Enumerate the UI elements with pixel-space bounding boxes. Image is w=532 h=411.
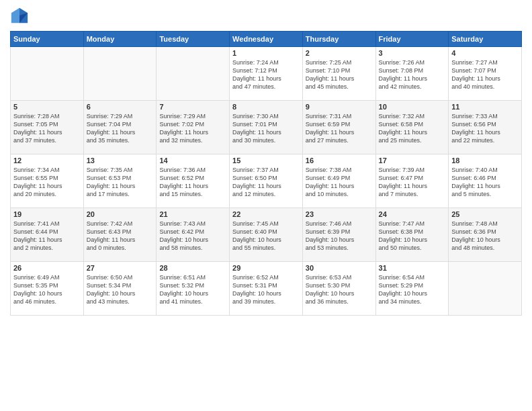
day-info: Sunrise: 7:32 AM Sunset: 6:58 PM Dayligh… (379, 112, 446, 145)
calendar-cell: 22Sunrise: 7:45 AM Sunset: 6:40 PM Dayli… (230, 208, 303, 262)
calendar-week-2: 12Sunrise: 7:34 AM Sunset: 6:55 PM Dayli… (11, 154, 522, 208)
day-info: Sunrise: 6:50 AM Sunset: 5:34 PM Dayligh… (87, 273, 154, 306)
calendar-cell: 3Sunrise: 7:26 AM Sunset: 7:08 PM Daylig… (375, 47, 449, 101)
calendar-cell: 17Sunrise: 7:39 AM Sunset: 6:47 PM Dayli… (375, 154, 449, 208)
calendar-cell: 27Sunrise: 6:50 AM Sunset: 5:34 PM Dayli… (83, 262, 157, 316)
calendar-cell: 21Sunrise: 7:43 AM Sunset: 6:42 PM Dayli… (157, 208, 230, 262)
logo (10, 7, 32, 26)
day-number: 22 (232, 210, 300, 218)
calendar-week-4: 26Sunrise: 6:49 AM Sunset: 5:35 PM Dayli… (11, 262, 522, 316)
day-info: Sunrise: 7:29 AM Sunset: 7:02 PM Dayligh… (159, 112, 226, 145)
svg-marker-1 (11, 8, 19, 23)
calendar-cell: 23Sunrise: 7:46 AM Sunset: 6:39 PM Dayli… (302, 208, 375, 262)
day-number: 17 (379, 156, 446, 165)
day-number: 4 (451, 49, 519, 57)
day-info: Sunrise: 7:48 AM Sunset: 6:36 PM Dayligh… (451, 220, 519, 253)
day-info: Sunrise: 7:41 AM Sunset: 6:44 PM Dayligh… (13, 220, 81, 253)
calendar-cell: 4Sunrise: 7:27 AM Sunset: 7:07 PM Daylig… (449, 47, 522, 101)
calendar-cell: 1Sunrise: 7:24 AM Sunset: 7:12 PM Daylig… (230, 47, 303, 101)
day-number: 9 (306, 103, 373, 111)
weekday-header-sunday: Sunday (11, 32, 84, 47)
day-info: Sunrise: 7:38 AM Sunset: 6:49 PM Dayligh… (306, 166, 373, 199)
day-info: Sunrise: 7:45 AM Sunset: 6:40 PM Dayligh… (232, 220, 300, 253)
weekday-header-wednesday: Wednesday (230, 32, 303, 47)
day-info: Sunrise: 7:33 AM Sunset: 6:56 PM Dayligh… (451, 112, 519, 145)
day-number: 24 (379, 210, 446, 218)
calendar-cell: 5Sunrise: 7:28 AM Sunset: 7:05 PM Daylig… (11, 101, 84, 154)
day-number: 31 (379, 264, 446, 272)
calendar-cell: 31Sunrise: 6:54 AM Sunset: 5:29 PM Dayli… (375, 262, 449, 316)
day-number: 25 (451, 210, 519, 218)
day-info: Sunrise: 7:39 AM Sunset: 6:47 PM Dayligh… (379, 166, 446, 199)
day-number: 15 (232, 156, 300, 165)
day-info: Sunrise: 7:46 AM Sunset: 6:39 PM Dayligh… (306, 220, 373, 253)
calendar-week-0: 1Sunrise: 7:24 AM Sunset: 7:12 PM Daylig… (11, 47, 522, 101)
day-info: Sunrise: 6:52 AM Sunset: 5:31 PM Dayligh… (232, 273, 300, 306)
day-number: 27 (87, 264, 154, 272)
day-info: Sunrise: 7:40 AM Sunset: 6:46 PM Dayligh… (451, 166, 519, 199)
day-number: 29 (232, 264, 300, 272)
calendar-cell: 15Sunrise: 7:37 AM Sunset: 6:50 PM Dayli… (230, 154, 303, 208)
calendar-cell: 29Sunrise: 6:52 AM Sunset: 5:31 PM Dayli… (230, 262, 303, 316)
calendar-cell: 28Sunrise: 6:51 AM Sunset: 5:32 PM Dayli… (157, 262, 230, 316)
day-info: Sunrise: 7:24 AM Sunset: 7:12 PM Dayligh… (232, 58, 300, 91)
day-info: Sunrise: 6:51 AM Sunset: 5:32 PM Dayligh… (159, 273, 226, 306)
day-info: Sunrise: 7:29 AM Sunset: 7:04 PM Dayligh… (87, 112, 154, 145)
calendar-week-3: 19Sunrise: 7:41 AM Sunset: 6:44 PM Dayli… (11, 208, 522, 262)
calendar-cell: 18Sunrise: 7:40 AM Sunset: 6:46 PM Dayli… (449, 154, 522, 208)
calendar-week-1: 5Sunrise: 7:28 AM Sunset: 7:05 PM Daylig… (11, 101, 522, 154)
day-info: Sunrise: 7:35 AM Sunset: 6:53 PM Dayligh… (87, 166, 154, 199)
calendar-cell (83, 47, 157, 101)
day-number: 16 (306, 156, 373, 165)
day-info: Sunrise: 7:26 AM Sunset: 7:08 PM Dayligh… (379, 58, 446, 91)
calendar-cell: 6Sunrise: 7:29 AM Sunset: 7:04 PM Daylig… (83, 101, 157, 154)
day-number: 5 (13, 103, 81, 111)
day-number: 8 (232, 103, 300, 111)
day-info: Sunrise: 7:43 AM Sunset: 6:42 PM Dayligh… (159, 220, 226, 253)
weekday-header-tuesday: Tuesday (157, 32, 230, 47)
header (10, 7, 522, 26)
day-info: Sunrise: 7:28 AM Sunset: 7:05 PM Dayligh… (13, 112, 81, 145)
weekday-header-thursday: Thursday (302, 32, 375, 47)
weekday-header-friday: Friday (375, 32, 449, 47)
day-number: 14 (159, 156, 226, 165)
day-info: Sunrise: 6:49 AM Sunset: 5:35 PM Dayligh… (13, 273, 81, 306)
calendar-cell: 8Sunrise: 7:30 AM Sunset: 7:01 PM Daylig… (230, 101, 303, 154)
logo-icon (10, 7, 29, 26)
day-number: 1 (232, 49, 300, 57)
calendar-cell: 2Sunrise: 7:25 AM Sunset: 7:10 PM Daylig… (302, 47, 375, 101)
day-number: 30 (306, 264, 373, 272)
day-info: Sunrise: 7:37 AM Sunset: 6:50 PM Dayligh… (232, 166, 300, 199)
day-number: 18 (451, 156, 519, 165)
calendar-table: SundayMondayTuesdayWednesdayThursdayFrid… (10, 31, 522, 316)
calendar-cell: 20Sunrise: 7:42 AM Sunset: 6:43 PM Dayli… (83, 208, 157, 262)
day-number: 2 (306, 49, 373, 57)
calendar-cell: 7Sunrise: 7:29 AM Sunset: 7:02 PM Daylig… (157, 101, 230, 154)
day-number: 7 (159, 103, 226, 111)
day-info: Sunrise: 7:25 AM Sunset: 7:10 PM Dayligh… (306, 58, 373, 91)
calendar-page: SundayMondayTuesdayWednesdayThursdayFrid… (0, 0, 532, 411)
day-number: 6 (87, 103, 154, 111)
day-number: 12 (13, 156, 81, 165)
day-info: Sunrise: 7:42 AM Sunset: 6:43 PM Dayligh… (87, 220, 154, 253)
calendar-cell: 14Sunrise: 7:36 AM Sunset: 6:52 PM Dayli… (157, 154, 230, 208)
day-number: 23 (306, 210, 373, 218)
calendar-cell: 10Sunrise: 7:32 AM Sunset: 6:58 PM Dayli… (375, 101, 449, 154)
day-number: 11 (451, 103, 519, 111)
calendar-cell: 9Sunrise: 7:31 AM Sunset: 6:59 PM Daylig… (302, 101, 375, 154)
day-info: Sunrise: 7:36 AM Sunset: 6:52 PM Dayligh… (159, 166, 226, 199)
calendar-cell (11, 47, 84, 101)
calendar-cell (449, 262, 522, 316)
day-info: Sunrise: 7:47 AM Sunset: 6:38 PM Dayligh… (379, 220, 446, 253)
calendar-cell: 13Sunrise: 7:35 AM Sunset: 6:53 PM Dayli… (83, 154, 157, 208)
day-number: 13 (87, 156, 154, 165)
calendar-cell: 25Sunrise: 7:48 AM Sunset: 6:36 PM Dayli… (449, 208, 522, 262)
day-info: Sunrise: 6:54 AM Sunset: 5:29 PM Dayligh… (379, 273, 446, 306)
calendar-cell: 16Sunrise: 7:38 AM Sunset: 6:49 PM Dayli… (302, 154, 375, 208)
day-number: 19 (13, 210, 81, 218)
weekday-header-row: SundayMondayTuesdayWednesdayThursdayFrid… (11, 32, 522, 47)
day-info: Sunrise: 7:31 AM Sunset: 6:59 PM Dayligh… (306, 112, 373, 145)
calendar-cell: 30Sunrise: 6:53 AM Sunset: 5:30 PM Dayli… (302, 262, 375, 316)
day-number: 26 (13, 264, 81, 272)
day-info: Sunrise: 7:34 AM Sunset: 6:55 PM Dayligh… (13, 166, 81, 199)
